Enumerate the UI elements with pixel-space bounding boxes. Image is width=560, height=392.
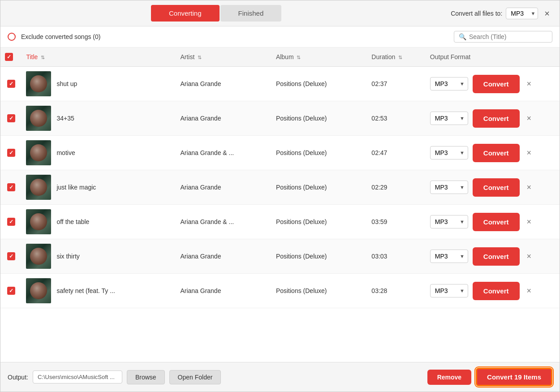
row-duration: 03:59 [367,205,425,239]
row-album: Positions (Deluxe) [271,170,367,205]
row-duration: 02:53 [367,101,425,136]
songs-table: Title ⇅ Artist ⇅ Album ⇅ Duration ⇅ [0,47,560,308]
table-row: six thirtyAriana GrandePositions (Deluxe… [0,239,560,274]
convert-all-label: Convert all files to: [451,10,502,17]
row-convert-button[interactable]: Convert [473,282,520,300]
convert-all-area: Convert all files to: MP3 AAC FLAC WAV O… [451,8,552,19]
convert-all-button[interactable]: Convert 19 Items [476,368,552,386]
song-thumbnail [26,140,51,165]
row-duration: 02:29 [367,170,425,205]
song-title: safety net (feat. Ty ... [56,287,115,294]
row-format-cell: MP3AACFLACWAVOGGM4A▼Convert× [426,136,560,170]
row-artist: Ariana Grande & ... [176,136,271,170]
song-title: just like magic [56,184,96,191]
table-row: off the tableAriana Grande & ...Position… [0,205,560,239]
browse-button[interactable]: Browse [127,370,165,384]
row-convert-button[interactable]: Convert [473,75,520,93]
search-input[interactable] [469,33,545,40]
row-checkbox[interactable] [7,183,15,191]
format-select-wrapper: MP3 AAC FLAC WAV OGG M4A ▼ [506,8,538,19]
top-bar: Converting Finished Convert all files to… [0,0,560,26]
output-label: Output: [8,374,28,381]
row-convert-button[interactable]: Convert [473,144,520,162]
row-remove-button[interactable]: × [524,216,534,228]
row-artist: Ariana Grande [176,67,271,101]
row-checkbox[interactable] [7,287,15,295]
row-artist: Ariana Grande [176,239,271,274]
row-remove-button[interactable]: × [524,182,534,193]
row-convert-button[interactable]: Convert [473,213,520,231]
tab-group: Converting Finished [151,5,281,22]
row-format-select[interactable]: MP3AACFLACWAVOGGM4A [430,250,468,263]
search-icon: 🔍 [459,33,466,40]
tab-converting[interactable]: Converting [151,5,220,22]
duration-sort-icon: ⇅ [398,55,402,60]
row-artist: Ariana Grande [176,170,271,205]
row-checkbox-cell [0,170,22,205]
header-checkbox-cell [0,47,22,67]
row-remove-button[interactable]: × [524,113,534,124]
row-format-select[interactable]: MP3AACFLACWAVOGGM4A [430,284,468,297]
row-album: Positions (Deluxe) [271,274,367,308]
close-button[interactable]: × [542,8,552,19]
row-convert-button[interactable]: Convert [473,178,520,197]
row-format-cell: MP3AACFLACWAVOGGM4A▼Convert× [426,274,560,308]
song-title: off the table [56,218,89,225]
row-remove-button[interactable]: × [524,78,534,90]
row-format-cell: MP3AACFLACWAVOGGM4A▼Convert× [426,170,560,205]
row-format-select[interactable]: MP3AACFLACWAVOGGM4A [430,215,468,228]
table-row: safety net (feat. Ty ...Ariana GrandePos… [0,274,560,308]
filter-bar: Exclude converted songs (0) 🔍 [0,26,560,47]
header-duration[interactable]: Duration ⇅ [367,47,425,67]
row-title-cell: motive [22,136,176,170]
song-thumbnail [26,71,51,96]
row-checkbox[interactable] [7,80,15,88]
song-thumbnail [26,175,51,200]
row-checkbox[interactable] [7,218,15,226]
remove-button[interactable]: Remove [427,370,471,385]
row-title-cell: six thirty [22,239,176,274]
row-convert-button[interactable]: Convert [473,247,520,266]
table-header: Title ⇅ Artist ⇅ Album ⇅ Duration ⇅ [0,47,560,67]
tab-finished[interactable]: Finished [220,5,282,22]
row-album: Positions (Deluxe) [271,67,367,101]
row-title-cell: just like magic [22,170,176,205]
row-checkbox[interactable] [7,114,15,122]
header-album[interactable]: Album ⇅ [271,47,367,67]
table-body: shut upAriana GrandePositions (Deluxe)02… [0,67,560,308]
header-title[interactable]: Title ⇅ [22,47,176,67]
artist-sort-icon: ⇅ [198,55,202,60]
song-thumbnail [26,244,51,269]
row-remove-button[interactable]: × [524,285,534,297]
exclude-label: Exclude converted songs (0) [21,33,100,40]
row-format-select[interactable]: MP3AACFLACWAVOGGM4A [430,112,468,125]
open-folder-button[interactable]: Open Folder [169,370,221,384]
convert-all-format-select[interactable]: MP3 AAC FLAC WAV OGG M4A [506,8,538,19]
row-convert-button[interactable]: Convert [473,109,520,128]
row-artist: Ariana Grande [176,101,271,136]
row-format-select[interactable]: MP3AACFLACWAVOGGM4A [430,77,468,90]
table-row: motiveAriana Grande & ...Positions (Delu… [0,136,560,170]
row-format-cell: MP3AACFLACWAVOGGM4A▼Convert× [426,205,560,239]
row-checkbox[interactable] [7,252,15,260]
row-checkbox-cell [0,101,22,136]
row-format-select[interactable]: MP3AACFLACWAVOGGM4A [430,181,468,194]
album-sort-icon: ⇅ [297,55,301,60]
song-thumbnail [26,278,51,303]
row-title-cell: off the table [22,205,176,239]
row-album: Positions (Deluxe) [271,239,367,274]
row-remove-button[interactable]: × [524,251,534,262]
row-remove-button[interactable]: × [524,147,534,159]
song-thumbnail [26,209,51,234]
row-format-select[interactable]: MP3AACFLACWAVOGGM4A [430,146,468,159]
header-checkbox[interactable] [5,53,13,61]
header-artist[interactable]: Artist ⇅ [176,47,271,67]
exclude-circle-icon[interactable] [8,33,16,41]
song-title: shut up [56,80,77,87]
row-checkbox-cell [0,136,22,170]
row-album: Positions (Deluxe) [271,101,367,136]
row-checkbox[interactable] [7,149,15,157]
bottom-bar: Output: C:\Users\micso\AMusicSoft ... Br… [0,362,560,392]
row-checkbox-cell [0,239,22,274]
table-row: shut upAriana GrandePositions (Deluxe)02… [0,67,560,101]
